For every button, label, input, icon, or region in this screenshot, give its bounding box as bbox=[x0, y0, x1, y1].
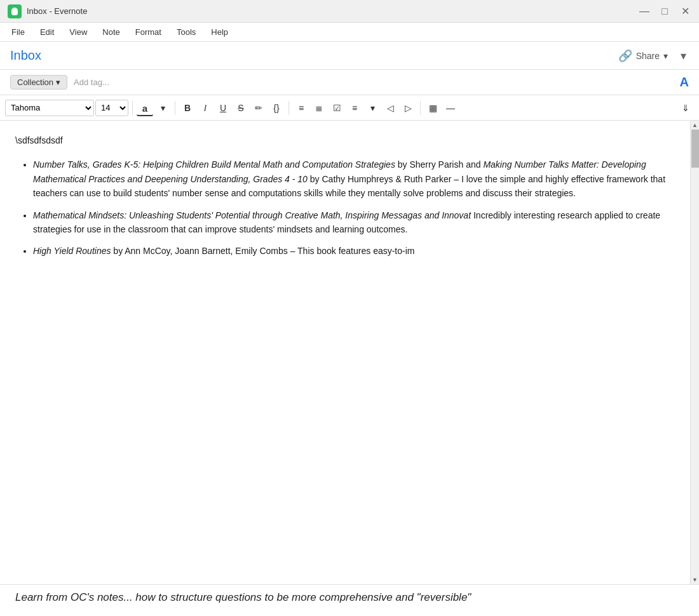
book-title-3: High Yield Routines bbox=[33, 246, 111, 256]
share-button[interactable]: 🔗 Share ▾ bbox=[613, 46, 673, 65]
scrollbar[interactable]: ▲ ▼ bbox=[690, 121, 699, 584]
collection-button[interactable]: Collection ▾ bbox=[10, 75, 67, 90]
align-button[interactable]: ≡ bbox=[346, 100, 363, 116]
book-desc-3: by Ann McCoy, Joann Barnett, Emily Combs… bbox=[113, 246, 414, 256]
book-desc-1: by Sherry Parish and bbox=[398, 159, 484, 170]
divider-button[interactable]: — bbox=[442, 100, 459, 116]
scroll-up-button[interactable]: ▲ bbox=[691, 121, 699, 130]
minimize-button[interactable]: — bbox=[638, 5, 651, 18]
checkbox-button[interactable]: ☑ bbox=[329, 100, 345, 116]
titlebar-left: Inbox - Evernote bbox=[8, 4, 87, 18]
tags-right: A bbox=[680, 75, 689, 90]
bold-icon: B bbox=[184, 103, 191, 113]
expand-toolbar-button[interactable]: ⇓ bbox=[677, 100, 694, 116]
menu-edit[interactable]: Edit bbox=[34, 25, 60, 39]
scroll-down-button[interactable]: ▼ bbox=[691, 575, 699, 584]
bold-button[interactable]: B bbox=[179, 100, 196, 116]
font-size-group: 14 bbox=[95, 100, 128, 116]
menu-tools[interactable]: Tools bbox=[170, 25, 202, 39]
add-tag-input[interactable]: Add tag... bbox=[74, 77, 109, 87]
indent-increase-button[interactable]: ▷ bbox=[400, 100, 416, 116]
indent-increase-icon: ▷ bbox=[405, 103, 412, 113]
more-button[interactable]: ▾ bbox=[678, 46, 689, 65]
numbered-list-icon: ≣ bbox=[315, 103, 323, 113]
main-layout: \sdfsdfsdsdf Number Talks, Grades K-5: H… bbox=[0, 121, 699, 616]
status-text: Learn from OC's notes... how to structur… bbox=[15, 591, 471, 603]
bullet-list-icon: ≡ bbox=[299, 103, 304, 113]
indent-decrease-button[interactable]: ◁ bbox=[382, 100, 398, 116]
menu-format[interactable]: Format bbox=[129, 25, 168, 39]
scroll-thumb-area bbox=[691, 130, 699, 575]
menu-help[interactable]: Help bbox=[205, 25, 234, 39]
font-color-dropdown[interactable]: ▾ bbox=[154, 100, 171, 116]
notebook-header: Inbox 🔗 Share ▾ ▾ bbox=[0, 42, 699, 70]
pre-text: \sdfsdfsdsdf bbox=[15, 133, 675, 147]
menu-note[interactable]: Note bbox=[96, 25, 126, 39]
toolbar-separator-2 bbox=[175, 101, 175, 115]
tags-bar: Collection ▾ Add tag... A bbox=[0, 70, 699, 95]
book-title-2: Mathematical Mindsets: Unleashing Studen… bbox=[33, 210, 471, 220]
maximize-button[interactable]: □ bbox=[658, 5, 671, 18]
italic-icon: I bbox=[204, 103, 207, 113]
font-a-button[interactable]: A bbox=[680, 75, 689, 89]
table-icon: ▦ bbox=[429, 103, 437, 113]
table-button[interactable]: ▦ bbox=[424, 100, 441, 116]
editor-content[interactable]: \sdfsdfsdsdf Number Talks, Grades K-5: H… bbox=[0, 121, 690, 584]
align-dropdown[interactable]: ▾ bbox=[364, 100, 381, 116]
editor-with-scroll: \sdfsdfsdsdf Number Talks, Grades K-5: H… bbox=[0, 121, 699, 584]
font-size-select[interactable]: 14 bbox=[95, 100, 128, 116]
italic-button[interactable]: I bbox=[197, 100, 214, 116]
checkbox-icon: ☑ bbox=[333, 103, 341, 113]
list-item: Number Talks, Grades K-5: Helping Childr… bbox=[33, 157, 675, 200]
toolbar-separator-3 bbox=[288, 101, 289, 115]
window-controls[interactable]: — □ ✕ bbox=[638, 5, 691, 18]
book-title-1: Number Talks, Grades K-5: Helping Childr… bbox=[33, 159, 395, 170]
strikethrough-button[interactable]: S bbox=[233, 100, 249, 116]
code-icon: {} bbox=[273, 103, 279, 113]
list-item: High Yield Routines by Ann McCoy, Joann … bbox=[33, 244, 675, 258]
code-button[interactable]: {} bbox=[268, 100, 285, 116]
underline-icon: U bbox=[220, 103, 226, 113]
paint-icon: ✏ bbox=[255, 103, 262, 113]
underline-button[interactable]: U bbox=[215, 100, 231, 116]
expand-icon: ⇓ bbox=[682, 103, 689, 113]
status-bar: Learn from OC's notes... how to structur… bbox=[0, 584, 699, 616]
notebook-title: Inbox bbox=[10, 48, 41, 63]
window-title: Inbox - Evernote bbox=[27, 6, 87, 16]
paint-format-button[interactable]: ✏ bbox=[250, 100, 267, 116]
evernote-logo bbox=[8, 4, 22, 18]
share-icon: 🔗 bbox=[618, 49, 632, 63]
list-item: Mathematical Mindsets: Unleashing Studen… bbox=[33, 208, 675, 237]
numbered-list-button[interactable]: ≣ bbox=[311, 100, 327, 116]
menubar: File Edit View Note Format Tools Help bbox=[0, 23, 699, 42]
divider-icon: — bbox=[446, 103, 455, 113]
font-color-button[interactable]: a bbox=[137, 100, 153, 116]
toolbar-separator-4 bbox=[420, 101, 421, 115]
font-color-a: a bbox=[142, 103, 147, 114]
close-button[interactable]: ✕ bbox=[679, 5, 691, 18]
share-label: Share bbox=[636, 51, 660, 61]
toolbar: Tahoma 14 a ▾ B I U S ✏ {} ≡ ≣ ☑ ≡ ▾ ◁ bbox=[0, 95, 699, 121]
toolbar-separator-1 bbox=[132, 101, 133, 115]
scroll-thumb[interactable] bbox=[691, 130, 699, 168]
font-family-group: Tahoma bbox=[5, 100, 94, 116]
align-icon: ≡ bbox=[352, 103, 357, 113]
bullet-list-button[interactable]: ≡ bbox=[293, 100, 309, 116]
bullet-list: Number Talks, Grades K-5: Helping Childr… bbox=[15, 157, 675, 258]
collection-dropdown-icon: ▾ bbox=[56, 77, 60, 87]
menu-file[interactable]: File bbox=[5, 25, 31, 39]
indent-decrease-icon: ◁ bbox=[387, 103, 394, 113]
share-dropdown-arrow: ▾ bbox=[663, 51, 668, 61]
menu-view[interactable]: View bbox=[63, 25, 93, 39]
collection-label: Collection bbox=[17, 77, 53, 87]
titlebar: Inbox - Evernote — □ ✕ bbox=[0, 0, 699, 23]
header-right: 🔗 Share ▾ ▾ bbox=[613, 46, 689, 65]
font-family-select[interactable]: Tahoma bbox=[5, 100, 94, 116]
